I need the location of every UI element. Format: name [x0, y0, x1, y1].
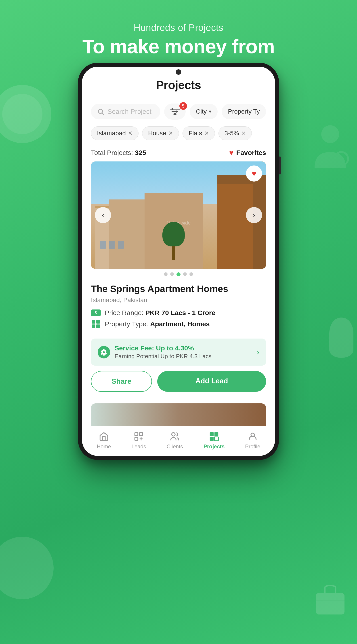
service-fee-value: Up to 4.30% — [156, 344, 194, 352]
property-type-label: Property Ty — [228, 108, 260, 115]
house-tag-label: House — [148, 130, 166, 137]
card-favorite-button[interactable]: ♥ — [246, 166, 262, 182]
clients-icon — [170, 431, 180, 442]
svg-point-8 — [176, 110, 178, 112]
prev-image-button[interactable]: ‹ — [95, 207, 111, 223]
house-tag[interactable]: House ✕ — [142, 126, 179, 140]
nav-projects-label: Projects — [204, 444, 225, 450]
deco-person-icon — [308, 123, 353, 172]
fee-title: Service Fee: Up to 4.30% — [115, 344, 212, 352]
percent-tag-label: 3-5% — [225, 130, 239, 137]
percent-tag[interactable]: 3-5% ✕ — [219, 126, 252, 140]
svg-rect-19 — [214, 437, 218, 441]
fee-subtitle: Earning Potential Up to PKR 4.3 Lacs — [115, 353, 212, 360]
deco-circle-left-bottom — [0, 537, 54, 599]
search-filter-row: Search Project 5 — [82, 97, 275, 124]
nav-leads[interactable]: Leads — [132, 431, 146, 450]
svg-rect-11 — [140, 433, 143, 436]
card-image: Nationwide — [91, 162, 266, 269]
dot-2[interactable] — [170, 272, 174, 276]
favorites-button[interactable]: ♥ Favorites — [229, 148, 266, 157]
app-content: Projects Search Project — [82, 67, 275, 456]
action-buttons-row: Share Add Lead — [82, 371, 275, 399]
property-type-filter-button[interactable]: Property Ty — [222, 104, 266, 119]
svg-point-7 — [172, 108, 174, 110]
property-type-row: Property Type: Apartment, Homes — [91, 320, 266, 328]
header-area: Hundreds of Projects To make money from — [0, 0, 357, 57]
app-title: Projects — [94, 78, 263, 92]
service-fee-banner[interactable]: Service Fee: Up to 4.30% Earning Potenti… — [91, 338, 266, 366]
flats-tag[interactable]: Flats ✕ — [183, 126, 215, 140]
card-heart-icon: ♥ — [252, 169, 256, 178]
islamabad-tag[interactable]: Islamabad ✕ — [91, 126, 138, 140]
svg-point-0 — [321, 125, 339, 143]
property-card: Nationwide ‹ › ♥ — [82, 162, 275, 399]
nav-clients[interactable]: Clients — [167, 431, 183, 450]
price-detail-text: Price Range: PKR 70 Lacs - 1 Crore — [105, 309, 215, 317]
islamabad-tag-label: Islamabad — [97, 130, 126, 137]
price-range-label: Price Range: — [105, 309, 145, 316]
total-count: 325 — [135, 149, 146, 156]
filter-button[interactable]: 5 — [164, 104, 186, 120]
fee-left: Service Fee: Up to 4.30% Earning Potenti… — [98, 344, 212, 360]
deco-coin-left — [0, 85, 51, 143]
header-subtitle: Hundreds of Projects — [0, 22, 357, 33]
phone-frame: Projects Search Project — [78, 62, 279, 460]
header-title: To make money from — [0, 36, 357, 57]
nav-profile[interactable]: Profile — [245, 431, 260, 450]
city-filter-button[interactable]: City ▾ — [190, 104, 218, 119]
nav-home-label: Home — [97, 444, 111, 450]
deco-bag-icon — [312, 580, 348, 617]
total-label: Total Projects: — [91, 149, 133, 156]
svg-rect-10 — [135, 433, 138, 436]
dot-3-active[interactable] — [176, 272, 181, 276]
favorites-label: Favorites — [236, 149, 266, 156]
phone-frame-wrapper: Projects Search Project — [78, 62, 279, 460]
nav-home[interactable]: Home — [97, 431, 111, 450]
nav-profile-label: Profile — [245, 444, 260, 450]
svg-rect-22 — [316, 593, 345, 614]
second-card-preview — [91, 404, 266, 426]
fee-chevron-icon: › — [257, 348, 259, 357]
property-type-text-label: Property Type: — [105, 320, 150, 328]
service-fee-label: Service Fee: — [115, 344, 154, 352]
svg-rect-18 — [210, 437, 214, 441]
projects-icon — [209, 431, 219, 442]
dot-5[interactable] — [189, 272, 193, 276]
flats-remove-icon[interactable]: ✕ — [204, 130, 209, 136]
price-icon: $ — [91, 309, 101, 317]
dot-4[interactable] — [183, 272, 187, 276]
add-lead-button[interactable]: Add Lead — [157, 371, 266, 392]
home-icon — [99, 431, 109, 442]
card-info: The Springs Apartment Homes Islamabad, P… — [82, 278, 275, 337]
search-box[interactable]: Search Project — [91, 104, 160, 120]
house-remove-icon[interactable]: ✕ — [168, 130, 173, 136]
svg-rect-16 — [210, 432, 214, 436]
filter-icon — [170, 108, 180, 116]
next-image-button[interactable]: › — [246, 207, 262, 223]
card-property-name: The Springs Apartment Homes — [91, 284, 266, 294]
dot-1[interactable] — [164, 272, 168, 276]
property-type-icon — [91, 320, 101, 328]
search-placeholder: Search Project — [107, 108, 151, 116]
nav-projects[interactable]: Projects — [204, 431, 225, 450]
service-fee-icon — [98, 346, 110, 358]
deco-hand-icon — [321, 313, 357, 363]
city-chevron-icon: ▾ — [209, 109, 211, 114]
card-image-container: Nationwide ‹ › ♥ — [91, 162, 266, 269]
islamabad-remove-icon[interactable]: ✕ — [128, 130, 132, 136]
leads-icon — [134, 431, 144, 442]
svg-rect-17 — [214, 432, 218, 436]
price-range-value: PKR 70 Lacs - 1 Crore — [145, 309, 215, 316]
share-button[interactable]: Share — [91, 371, 152, 392]
svg-line-3 — [102, 113, 104, 114]
percent-remove-icon[interactable]: ✕ — [241, 130, 246, 136]
phone-screen: Projects Search Project — [82, 67, 275, 456]
svg-rect-12 — [135, 438, 138, 440]
svg-point-15 — [172, 433, 175, 436]
heart-icon: ♥ — [229, 148, 233, 157]
nav-leads-label: Leads — [132, 444, 146, 450]
total-projects-text: Total Projects: 325 — [91, 149, 146, 156]
price-row: $ Price Range: PKR 70 Lacs - 1 Crore — [91, 309, 266, 317]
filter-tags-row: Islamabad ✕ House ✕ Flats ✕ 3-5% ✕ — [82, 124, 275, 145]
